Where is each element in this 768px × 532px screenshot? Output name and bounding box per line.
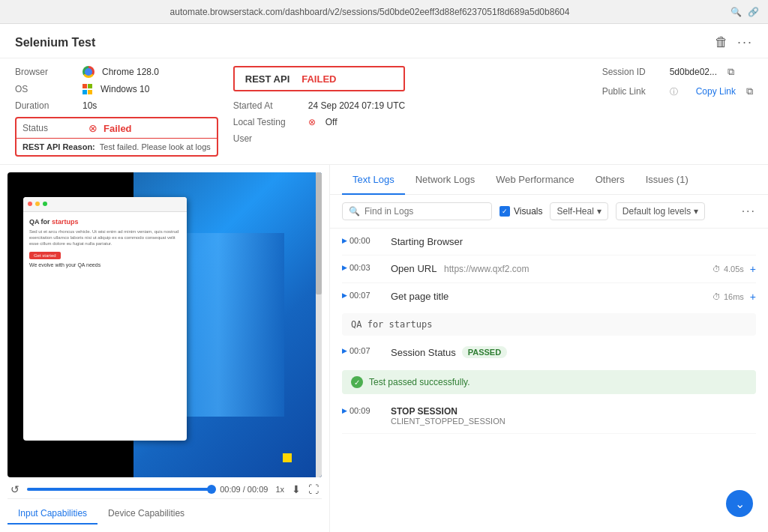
log-add-1[interactable]: + <box>750 263 756 275</box>
user-label: User <box>233 133 301 144</box>
log-timestamp-1[interactable]: ▶ 00:03 <box>342 263 383 272</box>
log-title-1: Open URL <box>391 263 436 274</box>
log-url-1: https://www.qxf2.com <box>444 264 529 274</box>
video-scrollbar[interactable] <box>316 172 322 477</box>
bw-content: QA for startups Sed ut et arcu rhoncus v… <box>23 212 187 273</box>
visuals-checkbox[interactable]: ✓ Visuals <box>500 206 542 217</box>
meta-middle: REST API FAILED Started At 24 Sep 2024 0… <box>233 66 405 157</box>
os-value: Windows 10 <box>100 84 149 94</box>
check-icon: ✓ <box>500 206 510 217</box>
bw-max-dot <box>43 202 47 206</box>
log-content-1: Open URL https://www.qxf2.com <box>391 263 705 274</box>
search-box[interactable]: 🔍 <box>342 202 492 220</box>
off-icon: ⊗ <box>308 117 316 127</box>
tab-issues[interactable]: Issues (1) <box>635 165 699 194</box>
log-content-2: Get page title <box>391 291 705 302</box>
tab-others[interactable]: Others <box>585 165 635 194</box>
bw-subtitle: We evolve with your QA needs <box>29 262 181 267</box>
logs-list: ▶ 00:00 Starting Browser ▶ 00:03 Open UR… <box>330 229 768 532</box>
log-entry-open-url: ▶ 00:03 Open URL https://www.qxf2.com ⏱ … <box>342 256 756 283</box>
os-label: OS <box>15 84 75 94</box>
page-title: Selenium Test <box>15 36 95 49</box>
more-button[interactable]: ··· <box>737 34 753 50</box>
copy-link-icon[interactable]: ⧉ <box>746 85 753 97</box>
rest-api-box: REST API FAILED <box>233 66 405 91</box>
local-testing-value: Off <box>326 117 338 127</box>
browser-value: Chrome 128.0 <box>102 67 159 77</box>
log-timestamp-2[interactable]: ▶ 00:07 <box>342 291 383 300</box>
clock-icon-1: ⏱ <box>712 265 721 273</box>
bw-cta-button: Get started <box>29 252 61 259</box>
local-testing-label: Local Testing <box>233 117 301 127</box>
public-link-info-icon[interactable]: ⓘ <box>670 86 678 97</box>
stop-session-title: STOP SESSION <box>391 406 756 417</box>
meta-left: Browser Chrome 128.0 OS Windows 10 Durat… <box>15 66 218 157</box>
play-icon-1: ▶ <box>342 264 347 271</box>
log-entry-get-page-title-header: ▶ 00:07 Get page title ⏱ 16ms + <box>342 283 756 310</box>
log-duration-1: 4.05s <box>724 265 744 273</box>
play-icon-0: ▶ <box>342 237 347 244</box>
log-timestamp-3[interactable]: ▶ 00:07 <box>342 346 383 355</box>
log-content-0: Starting Browser <box>391 236 756 247</box>
session-status-row: Session Status PASSED <box>391 346 756 358</box>
local-testing-row: Local Testing ⊗ Off <box>233 117 405 127</box>
tab-device-capabilities[interactable]: Device Capabilities <box>98 504 195 525</box>
log-add-2[interactable]: + <box>750 291 756 303</box>
rest-api-label: REST API <box>245 73 290 85</box>
logs-more-button[interactable]: ··· <box>742 205 756 218</box>
reason-label: REST API Reason: <box>22 142 95 151</box>
browser-icons: 🔍 🔗 <box>730 7 759 17</box>
log-timestamp-4[interactable]: ▶ 00:09 <box>342 406 383 415</box>
zoom-icon: 🔍 <box>730 7 742 17</box>
video-time: 00:09 / 00:09 <box>220 485 268 494</box>
reason-row: REST API Reason: Test failed. Please loo… <box>16 138 217 155</box>
log-content-3: Session Status PASSED <box>391 346 756 358</box>
log-entry-session-status-header: ▶ 00:07 Session Status PASSED <box>342 339 756 366</box>
log-timestamp-0[interactable]: ▶ 00:00 <box>342 236 383 245</box>
duration-value: 10s <box>82 100 97 111</box>
self-heal-label: Self-Heal <box>556 206 593 217</box>
meta-right: Session ID 5d0bde02... ⧉ Public Link ⓘ C… <box>602 66 753 157</box>
stop-session-subtitle: CLIENT_STOPPED_SESSION <box>391 417 756 426</box>
url-bar: automate.browserstack.com/dashboard/v2/s… <box>9 7 730 17</box>
reason-value: Test failed. Please look at logs <box>100 142 211 151</box>
video-indicator-dot <box>283 453 292 462</box>
log-entry-stop-session: ▶ 00:09 STOP SESSION CLIENT_STOPPED_SESS… <box>342 399 756 434</box>
log-levels-dropdown[interactable]: Default log levels ▾ <box>616 202 705 220</box>
log-duration-2: 16ms <box>724 292 744 301</box>
session-id-label: Session ID <box>602 67 662 77</box>
search-input[interactable] <box>364 206 485 217</box>
video-scrollbar-thumb[interactable] <box>316 172 322 294</box>
duration-label: Duration <box>15 100 75 111</box>
browser-label: Browser <box>15 67 75 77</box>
tab-web-performance[interactable]: Web Performance <box>485 165 585 194</box>
page: Selenium Test 🗑 ··· Browser Chrome 128.0… <box>0 24 768 532</box>
self-heal-dropdown[interactable]: Self-Heal ▾ <box>550 202 608 220</box>
share-icon: 🔗 <box>748 7 759 17</box>
copy-session-id-button[interactable]: ⧉ <box>728 66 734 78</box>
visuals-label: Visuals <box>514 206 542 217</box>
replay-button[interactable]: ↺ <box>10 483 20 495</box>
scroll-down-button[interactable]: ⌄ <box>726 490 753 517</box>
log-entry-starting-browser: ▶ 00:00 Starting Browser <box>342 229 756 256</box>
copy-link-button[interactable]: Copy Link <box>696 86 736 97</box>
download-button[interactable]: ⬇ <box>292 483 301 495</box>
started-at-row: Started At 24 Sep 2024 07:19 UTC <box>233 100 405 111</box>
delete-button[interactable]: 🗑 <box>715 34 728 50</box>
logs-toolbar: 🔍 ✓ Visuals Self-Heal ▾ Default log leve… <box>330 195 768 229</box>
video-speed[interactable]: 1x <box>275 485 284 494</box>
status-value: Failed <box>104 123 132 134</box>
bw-min-dot <box>35 202 40 206</box>
video-panel: QA for startups Sed ut et arcu rhoncus v… <box>0 165 330 532</box>
progress-bar[interactable] <box>27 488 212 491</box>
play-icon-2: ▶ <box>342 291 347 299</box>
tab-network-logs[interactable]: Network Logs <box>405 165 485 194</box>
passed-badge: PASSED <box>462 346 507 358</box>
session-id-value: 5d0bde02... <box>670 67 717 77</box>
play-icon-4: ▶ <box>342 407 347 414</box>
started-at-label: Started At <box>233 100 301 111</box>
fullscreen-button[interactable]: ⛶ <box>308 483 319 495</box>
tab-input-capabilities[interactable]: Input Capabilities <box>8 504 98 525</box>
session-id-row: Session ID 5d0bde02... ⧉ <box>602 66 753 78</box>
tab-text-logs[interactable]: Text Logs <box>342 165 405 194</box>
